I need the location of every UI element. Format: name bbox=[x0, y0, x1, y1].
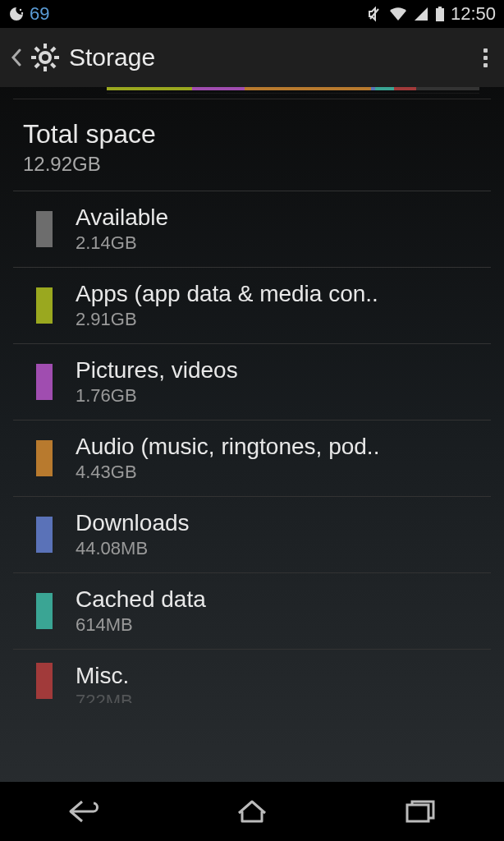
color-swatch bbox=[36, 663, 53, 699]
color-swatch bbox=[36, 364, 53, 400]
storage-item-audio[interactable]: Audio (music, ringtones, pod.. 4.43GB bbox=[13, 420, 491, 496]
navigation-bar bbox=[0, 782, 504, 841]
app-bar-left[interactable]: Storage bbox=[10, 42, 155, 73]
color-swatch bbox=[36, 517, 53, 553]
overflow-menu-button[interactable] bbox=[477, 42, 494, 74]
svg-rect-13 bbox=[407, 805, 428, 821]
item-title: Misc. bbox=[76, 663, 481, 689]
status-right: 12:50 bbox=[367, 3, 496, 25]
svg-rect-3 bbox=[438, 7, 442, 8]
item-size: 44.08MB bbox=[76, 538, 481, 559]
color-swatch bbox=[36, 593, 53, 629]
storage-categories-list: Available 2.14GB Apps (app data & media … bbox=[13, 191, 491, 703]
battery-icon bbox=[434, 6, 446, 22]
color-swatch bbox=[36, 440, 53, 476]
moon-icon bbox=[8, 6, 25, 22]
color-swatch bbox=[36, 287, 53, 324]
storage-item-apps[interactable]: Apps (app data & media con.. 2.91GB bbox=[13, 267, 491, 343]
total-space-value: 12.92GB bbox=[23, 153, 481, 176]
storage-item-misc[interactable]: Misc. 722MB bbox=[13, 649, 491, 703]
item-title: Cached data bbox=[76, 586, 481, 613]
back-chevron-icon[interactable] bbox=[10, 48, 21, 67]
status-bar: 69 12:50 bbox=[0, 0, 504, 28]
home-button[interactable] bbox=[195, 791, 309, 832]
item-title: Pictures, videos bbox=[76, 357, 481, 384]
item-size: 2.14GB bbox=[76, 232, 481, 254]
back-button[interactable] bbox=[26, 791, 141, 832]
svg-line-11 bbox=[35, 64, 39, 68]
svg-point-0 bbox=[20, 9, 21, 11]
page-title: Storage bbox=[69, 44, 155, 71]
app-bar: Storage bbox=[0, 28, 504, 87]
item-size: 2.91GB bbox=[76, 309, 481, 330]
storage-item-available[interactable]: Available 2.14GB bbox=[13, 191, 491, 267]
item-size: 4.43GB bbox=[76, 462, 481, 483]
temperature-value: 69 bbox=[30, 3, 49, 25]
gear-icon bbox=[30, 42, 61, 73]
color-swatch bbox=[36, 211, 53, 247]
storage-item-cached[interactable]: Cached data 614MB bbox=[13, 572, 491, 649]
svg-point-1 bbox=[21, 12, 23, 14]
wifi-icon bbox=[388, 6, 408, 22]
status-left: 69 bbox=[8, 3, 49, 25]
item-title: Apps (app data & media con.. bbox=[76, 281, 481, 307]
svg-line-12 bbox=[52, 48, 56, 52]
item-title: Audio (music, ringtones, pod.. bbox=[76, 434, 481, 460]
total-space-section: Total space 12.92GB bbox=[0, 99, 504, 191]
svg-line-10 bbox=[52, 64, 56, 68]
storage-usage-bar bbox=[107, 87, 479, 94]
svg-point-4 bbox=[40, 53, 50, 62]
storage-item-pictures[interactable]: Pictures, videos 1.76GB bbox=[13, 343, 491, 420]
item-size: 614MB bbox=[76, 614, 481, 636]
item-size: 1.76GB bbox=[76, 385, 481, 407]
signal-icon bbox=[413, 6, 429, 22]
item-title: Downloads bbox=[76, 510, 481, 536]
svg-rect-2 bbox=[436, 8, 444, 21]
svg-line-9 bbox=[35, 48, 39, 52]
item-title: Available bbox=[76, 205, 481, 231]
total-space-label: Total space bbox=[23, 119, 481, 149]
item-size: 722MB bbox=[76, 691, 481, 703]
mute-icon bbox=[367, 6, 383, 22]
storage-item-downloads[interactable]: Downloads 44.08MB bbox=[13, 496, 491, 572]
recent-apps-button[interactable] bbox=[363, 791, 478, 832]
clock-time: 12:50 bbox=[451, 3, 496, 25]
